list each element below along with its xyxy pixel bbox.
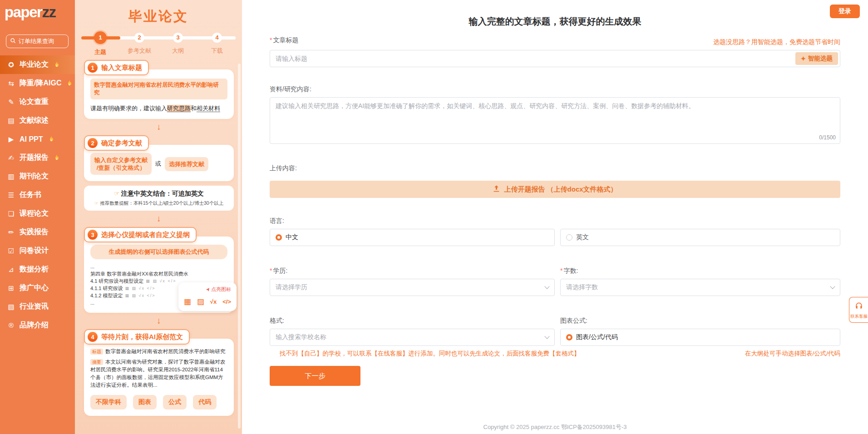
badge-text: 选择心仪提纲或者自定义提纲 <box>101 231 190 239</box>
sidebar-item-journal-paper[interactable]: ▥ 期刊论文 <box>0 167 75 186</box>
registered-mark-icon: ® <box>7 321 15 329</box>
degree-placeholder: 请选择学历 <box>276 283 307 291</box>
chevron-down-icon <box>544 334 549 339</box>
hot-flame-icon <box>54 61 60 69</box>
table-icon: ▦ <box>184 297 191 306</box>
sidebar-item-label: 毕业论文 <box>20 60 49 69</box>
feature-tag: 公式 <box>163 395 187 409</box>
sidebar-item-label: 论文查重 <box>20 97 49 107</box>
upload-content-label: 上传内容: <box>270 164 297 173</box>
word-count-select[interactable]: 请选择字数 <box>560 279 840 296</box>
ai-ppt-icon: ▶ <box>7 135 15 143</box>
chart-help-text: 在大纲处可手动选择图表/公式/代码 <box>745 350 840 358</box>
required-asterisk: * <box>560 267 562 274</box>
guide-card-1: 数字普惠金融对河南省农村居民消费水平的影响研究 课题有明确要求的，建议输入研究思… <box>84 69 234 119</box>
degree-label: *学历: <box>270 267 287 275</box>
required-asterisk: * <box>270 267 272 274</box>
sidebar-item-label: 问卷设计 <box>20 246 49 256</box>
contact-support-button[interactable]: 联系客服 <box>849 297 868 323</box>
degree-select[interactable]: 请选择学历 <box>270 279 555 296</box>
headset-icon <box>854 304 863 312</box>
pointing-hand-icon: ☞ <box>114 190 120 197</box>
image-icon: ▨ <box>197 297 204 306</box>
language-option-english[interactable]: 英文 <box>560 229 840 246</box>
panel-scrollbar[interactable] <box>238 64 241 429</box>
sidebar-item-graduation-thesis[interactable]: ✪ 毕业论文 <box>0 55 75 74</box>
smart-topic-button[interactable]: ✦智能选题 <box>795 52 838 65</box>
recommended-reference-option: 选择推荐文献 <box>165 157 208 171</box>
down-arrow-icon: ↓ <box>84 316 234 326</box>
sidebar-item-proposal-report[interactable]: ✍ 开题报告 <box>0 148 75 167</box>
sidebar-item-plagiarism-check[interactable]: ✎ 论文查重 <box>0 93 75 111</box>
graduation-cap-icon: ✪ <box>7 61 15 69</box>
hot-flame-icon <box>66 79 73 87</box>
sidebar-item-literature-review[interactable]: ▤ 文献综述 <box>0 111 75 130</box>
sidebar-item-label: 数据分析 <box>20 265 49 274</box>
article-title-field: ✦智能选题 <box>270 50 840 67</box>
article-title-input[interactable] <box>270 50 840 67</box>
chart-formula-option[interactable]: 图表/公式/代码 <box>560 329 840 346</box>
practice-report-icon: ✏ <box>7 228 15 237</box>
plagiarism-check-icon: ✎ <box>7 98 15 106</box>
questionnaire-icon: ☑ <box>7 247 15 255</box>
sidebar-item-reduce-aigc[interactable]: ⇆ 降重/降AIGC <box>0 74 75 93</box>
sidebar-item-label: 期刊论文 <box>20 172 49 181</box>
radio-selected-icon <box>276 234 282 241</box>
reference-options: 输入自定义参考文献/查新（引文格式） 或 选择推荐文献 <box>90 153 227 175</box>
step-circle: 1 <box>94 31 107 44</box>
sidebar-item-label: 推广中心 <box>20 283 49 293</box>
language-option-chinese[interactable]: 中文 <box>270 229 555 246</box>
promotion-grid-icon: ⊞ <box>7 284 15 292</box>
sidebar-item-task-book[interactable]: ☰ 任务书 <box>0 186 75 204</box>
proposal-report-icon: ✍ <box>7 154 15 162</box>
sidebar-item-practice-report[interactable]: ✏ 实践报告 <box>0 223 75 242</box>
step-circle: 3 <box>173 33 183 43</box>
logo: paperzz <box>5 4 55 21</box>
school-search-select[interactable]: 输入搜索学校名称 <box>270 329 555 346</box>
cursor-icon: ➤ <box>204 286 212 293</box>
course-paper-icon: ❏ <box>7 210 15 218</box>
sidebar-item-industry-news[interactable]: ▧ 行业资讯 <box>0 297 75 316</box>
note-english-mix: ☞注意中英文结合：可追加英文 <box>87 190 231 198</box>
school-search-placeholder: 输入搜索学校名称 <box>276 333 326 341</box>
next-step-button[interactable]: 下一步 <box>270 366 360 386</box>
outline-hint-pill: 生成提纲的右侧可以选择图表公式代码 <box>90 245 227 259</box>
word-count-label: *字数: <box>560 267 578 275</box>
step-topic: 1 主题 <box>87 31 114 56</box>
sample-result-abstract: 摘要本文以河南省为研究对象，探讨了数字普惠金融对农村居民消费水平的影响。研究采用… <box>90 358 227 389</box>
article-title-label: *文章标题 <box>270 36 298 44</box>
sidebar-item-brand-intro[interactable]: ® 品牌介绍 <box>0 316 75 335</box>
sidebar-item-data-analysis[interactable]: ⊿ 数据分析 <box>0 260 75 279</box>
pointing-hand-icon: ☞ <box>94 200 99 206</box>
required-asterisk: * <box>270 36 272 44</box>
feature-tag: 代码 <box>193 395 217 409</box>
guide-badge-1: 1 输入文章标题 <box>84 60 149 75</box>
order-search-box[interactable]: 订单结果查询 <box>6 35 69 48</box>
guide-badge-4: 4 等待片刻，获得AI原创范文 <box>84 329 190 345</box>
badge-number: 3 <box>88 230 98 240</box>
custom-reference-option: 输入自定义参考文献/查新（引文格式） <box>90 153 152 175</box>
badge-text: 输入文章标题 <box>101 64 142 72</box>
upload-proposal-button[interactable]: 上传开题报告 （上传docx文件格式） <box>270 181 840 198</box>
sidebar-item-course-paper[interactable]: ❏ 课程论文 <box>0 204 75 223</box>
contact-support-label: 联系客服 <box>850 314 867 320</box>
tip-highlight: 研究思路 <box>167 105 191 112</box>
sidebar-item-label: 行业资讯 <box>20 302 49 311</box>
language-label: 语言: <box>270 217 284 225</box>
abstract-tag: 摘要 <box>90 359 103 365</box>
badge-text: 等待片刻，获得AI原创范文 <box>101 333 183 341</box>
tip-underline: 相关材料 <box>197 105 220 112</box>
guide-card-3: 生成提纲的右侧可以选择图表公式代码 ... 第四章 数字普惠金融对XX省农村居民… <box>84 237 234 313</box>
sidebar-item-questionnaire[interactable]: ☑ 问卷设计 <box>0 242 75 260</box>
upload-icon <box>493 185 500 194</box>
sidebar-item-ai-ppt[interactable]: ▶ AI PPT <box>0 130 75 148</box>
sidebar-item-label: 文献综述 <box>20 116 49 125</box>
sidebar-item-label: 品牌介绍 <box>20 321 49 330</box>
guide-cards: 1 输入文章标题 数字普惠金融对河南省农村居民消费水平的影响研究 课题有明确要求… <box>84 60 234 416</box>
sidebar-item-promotion-center[interactable]: ⊞ 推广中心 <box>0 279 75 297</box>
step-label: 大纲 <box>164 47 192 55</box>
feature-tags: 不限学科 图表 公式 代码 <box>90 395 227 409</box>
research-content-textarea[interactable] <box>270 97 840 144</box>
search-icon <box>10 38 16 45</box>
smart-topic-link[interactable]: 选题没思路？用智能选题，免费选题节省时间 <box>713 38 840 46</box>
